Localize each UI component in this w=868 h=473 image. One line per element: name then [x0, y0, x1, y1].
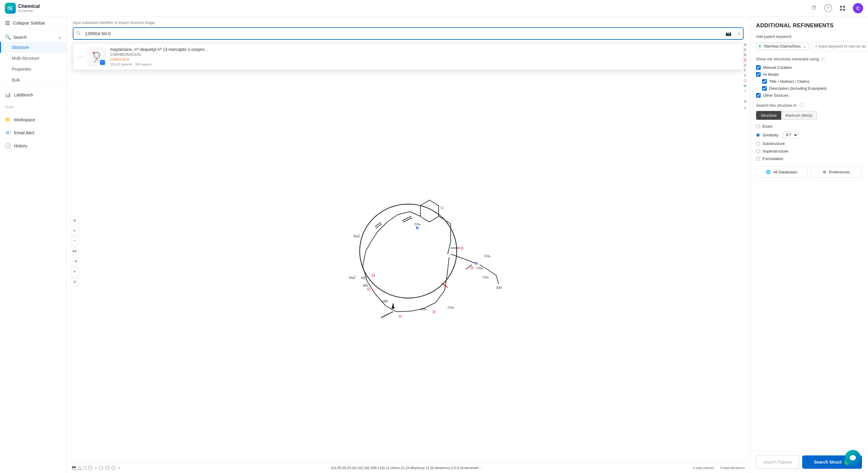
checkbox-title-abstract: Title / Abstract / Claims [756, 79, 862, 84]
sidebar-item-history[interactable]: 🕒 History [0, 139, 66, 152]
hexagon2-tool[interactable]: ⬡ [105, 465, 110, 471]
svg-line-69 [436, 290, 445, 303]
arrow-tool[interactable]: ⬦ [94, 465, 97, 471]
other-sources-checkbox[interactable] [756, 93, 761, 98]
square-tool[interactable]: □ [84, 465, 87, 471]
grid-tool-button[interactable]: ⊞ [70, 216, 79, 224]
all-databases-button[interactable]: 🌐 All Databases [756, 166, 807, 178]
circle-tool[interactable]: ○ [117, 465, 120, 471]
similarity-radio[interactable] [756, 133, 760, 137]
zoom-in-button[interactable]: + [70, 226, 79, 235]
sidebar-item-multi-structure[interactable]: Multi-Structure [0, 53, 66, 64]
chevron-up-icon: ▲ [58, 35, 62, 39]
hexagon-tool[interactable]: ⬡ [99, 465, 103, 471]
svg-line-55 [376, 224, 382, 228]
svg-line-47 [466, 259, 475, 263]
dropdown-arrow-icon: ⌄ [803, 44, 806, 49]
bar-chart-tool-button[interactable]: ⅢN [70, 247, 79, 255]
collapse-sidebar-button[interactable]: Collapse Sidebar [0, 17, 66, 30]
superstructure-radio[interactable] [756, 149, 760, 153]
gear-icon: ⚙ [823, 170, 827, 175]
svg-line-60 [448, 242, 451, 254]
sidebar-item-labbench[interactable]: 📊 LabBench [0, 88, 66, 101]
svg-line-73 [398, 212, 410, 215]
formulation-radio[interactable] [756, 157, 760, 161]
database-actions: 🌐 All Databases ⚙ Preferences [756, 166, 862, 178]
mol-formula: (1S,2R,3S,5S,6S,16Z,18Z,20R,21S)-11-chlo… [331, 466, 483, 470]
search-section-header[interactable]: 🔍 Search ▲ [0, 30, 66, 42]
triangle-tool[interactable]: △ [78, 465, 82, 471]
tab-structure[interactable]: Structure [756, 111, 781, 120]
zoom-out-button[interactable]: − [70, 236, 79, 245]
checkbox-manual-curation: Manual Curation [756, 65, 862, 70]
search-info-icon[interactable]: ℹ [735, 31, 743, 36]
svg-text:CH₃: CH₃ [483, 275, 489, 279]
similarity-select[interactable]: 0.7 0.8 0.9 1.0 [783, 132, 798, 138]
svg-line-51 [442, 283, 448, 287]
search-mode-radio-group: Exact Similarity 0.7 0.8 0.9 1.0 Substru… [756, 124, 862, 161]
exact-radio[interactable] [756, 124, 760, 128]
camera-button[interactable]: 📷 [721, 31, 735, 36]
svg-line-54 [375, 222, 381, 227]
manual-curation-checkbox[interactable] [756, 65, 761, 70]
svg-text:CH₃: CH₃ [448, 306, 454, 309]
chat-fab-button[interactable] [845, 450, 861, 466]
dotted-rect-tool-button[interactable]: ⋯R [70, 257, 79, 265]
svg-text:Cl: Cl [440, 206, 444, 210]
sidebar-item-structure[interactable]: Structure [0, 42, 66, 53]
preferences-button[interactable]: ⚙ Preferences [811, 166, 862, 178]
substructure-radio[interactable] [756, 141, 760, 146]
svg-text:O: O [399, 314, 402, 319]
keyword-label: Add patent keyword: [756, 34, 862, 39]
logo-icon [5, 3, 16, 13]
sidebar-item-properties[interactable]: Properties [0, 64, 66, 74]
svg-text:N: N [475, 261, 478, 265]
svg-line-50 [496, 275, 499, 284]
search-in-info-icon[interactable]: ⓘ [800, 102, 803, 108]
measure-tool-button[interactable]: ✝ [70, 267, 79, 276]
panel-title: ADDITIONAL REFINEMENTS [756, 23, 862, 29]
shape-tool-group: ⬒ △ □ ⬠ ⬦ ⬡ ⬡ ⬠ ○ [71, 465, 120, 471]
title-abstract-checkbox[interactable] [762, 79, 767, 84]
export-tool[interactable]: ⬒ [71, 465, 76, 471]
drawing-tools: ⬒ △ □ ⬠ ⬦ ⬡ ⬡ ⬠ ○ [71, 465, 120, 471]
right-panel-inner: ADDITIONAL REFINEMENTS Add patent keywor… [750, 17, 868, 451]
keyword-input[interactable] [811, 41, 868, 51]
search-label: Input substance identifier or import str… [73, 21, 744, 25]
suggestion-item[interactable]: — 🛡 maytansine, n²'-deacetyl-n²'-(3-merc… [73, 43, 743, 70]
keyword-type-badge[interactable]: K Title/Abst./Claims/Desc. ⌄ [756, 43, 809, 50]
radio-similarity: Similarity 0.7 0.8 0.9 1.0 [756, 132, 862, 138]
svg-line-76 [371, 231, 378, 241]
ai-model-checkbox[interactable] [756, 72, 761, 77]
svg-marker-21 [420, 200, 439, 222]
search-patents-button[interactable]: Search Patents [756, 455, 799, 469]
tab-markush[interactable]: Markush (Beta) [781, 111, 817, 120]
sidebar-item-email-alert[interactable]: 📧 Email Alert [0, 126, 66, 139]
help-icon[interactable]: ? [824, 4, 832, 12]
email-icon: 📧 [5, 130, 11, 135]
svg-line-66 [396, 311, 411, 312]
svg-text:O: O [470, 265, 473, 270]
total-patents-count: 0 total patents [693, 466, 714, 470]
description-checkbox[interactable] [762, 86, 767, 91]
svg-point-14 [94, 52, 100, 58]
sidebar-item-workspace[interactable]: 📁 Workspace [0, 113, 66, 126]
svg-line-72 [410, 212, 420, 216]
logo-text: Chemical by patsnap [18, 4, 40, 12]
show-structures-info-icon[interactable]: ⓘ [821, 56, 825, 62]
total-literatures-count: 0 total literatures [720, 466, 745, 470]
star-tool-button[interactable]: .S* [70, 278, 79, 286]
pentagon-tool[interactable]: ⬠ [88, 465, 93, 471]
svg-text:CH₃: CH₃ [484, 254, 490, 258]
timer-icon[interactable]: ⏱ [810, 4, 818, 12]
grid-icon[interactable] [838, 4, 847, 12]
search-input[interactable] [84, 28, 721, 39]
expand-strip-icon[interactable]: ▼ [743, 106, 747, 111]
svg-line-53 [403, 218, 412, 222]
svg-line-57 [381, 312, 393, 318]
octagon-tool[interactable]: ⬠ [111, 465, 116, 471]
user-avatar[interactable]: C [853, 3, 863, 13]
history-icon: 🕒 [5, 143, 11, 149]
radio-superstructure: Superstructure [756, 149, 862, 153]
sidebar-item-bulk[interactable]: Bulk [0, 74, 66, 86]
